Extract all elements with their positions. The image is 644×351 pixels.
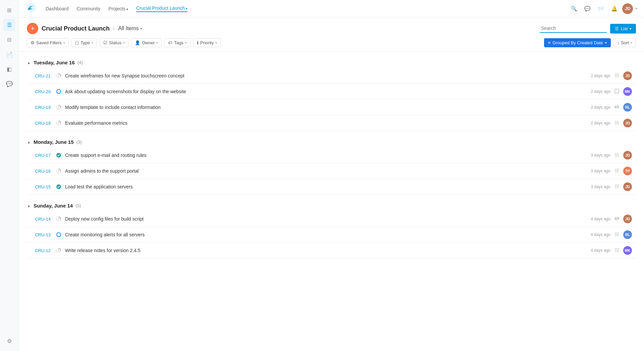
nav-icons: 🔍 💬 📨 🔔 JD ▾	[569, 3, 637, 14]
task-item[interactable]: CRU-15 Load test the application servers…	[27, 179, 636, 195]
sidebar-icon-layers[interactable]: ◧	[3, 63, 15, 75]
sort-button[interactable]: ↕ Sort ▾	[613, 38, 636, 47]
top-nav: Dashboard Community Projects▾ Crucial Pr…	[19, 0, 644, 17]
svg-rect-37	[615, 185, 616, 185]
task-type-icon	[614, 232, 619, 238]
svg-rect-32	[615, 170, 616, 171]
list-view-button[interactable]: ☰ List ▾	[610, 24, 636, 34]
priority-icon: ℹ	[197, 40, 199, 45]
search-nav-icon[interactable]: 🔍	[569, 3, 579, 14]
task-type-icon	[614, 168, 619, 174]
status-filter-button[interactable]: ☑ Status ▾	[100, 38, 128, 47]
svg-line-45	[616, 217, 618, 220]
group-tuesday-june-16: ▲ Tuesday, June 16 (4) CRU-21 Create wir…	[27, 58, 636, 131]
nav-dashboard[interactable]: Dashboard	[46, 6, 69, 11]
grouped-by-button[interactable]: ≡ Grouped By Created Date ▾	[544, 38, 611, 47]
task-item[interactable]: CRU-18 Evaluate performance metrics 2 da…	[27, 115, 636, 131]
task-status-icon	[56, 247, 62, 253]
tags-filter-button[interactable]: 🏷 Tags ▾	[164, 38, 190, 47]
task-type-icon	[614, 73, 619, 79]
left-sidebar: ⊞ ☰ ⊟ 📄 ◧ 💬 ⚙	[0, 0, 19, 351]
svg-point-29	[58, 171, 59, 172]
nav-crucial[interactable]: Crucial Product Launch▾	[136, 5, 188, 12]
sidebar-icon-settings[interactable]: ⚙	[3, 335, 15, 347]
svg-point-14	[58, 123, 59, 124]
task-item[interactable]: CRU-13 Create monitoring alerts for all …	[27, 227, 636, 243]
task-meta: 4 days ago RL	[591, 230, 632, 239]
grouped-icon: ≡	[548, 40, 551, 45]
main-area: Dashboard Community Projects▾ Crucial Pr…	[19, 0, 644, 351]
task-title: Create wireframes for new Synapse touchs…	[65, 73, 587, 78]
owner-filter-button[interactable]: 👤 Owner ▾	[131, 38, 162, 47]
group-count: (3)	[76, 139, 82, 144]
task-avatar: RL	[623, 103, 632, 112]
group-collapse-icon[interactable]: ▲	[27, 60, 31, 65]
task-item[interactable]: CRU-16 Assign admins to the support port…	[27, 163, 636, 179]
task-avatar: JD	[623, 151, 632, 160]
task-time: 4 days ago	[591, 217, 610, 221]
svg-rect-23	[616, 153, 619, 154]
svg-rect-5	[616, 75, 619, 76]
message-nav-icon[interactable]: 📨	[595, 3, 606, 14]
chat-nav-icon[interactable]: 💬	[582, 3, 593, 14]
svg-point-36	[56, 184, 61, 189]
task-avatar: JD	[623, 71, 632, 80]
svg-rect-47	[615, 233, 616, 233]
svg-rect-50	[616, 234, 619, 235]
user-avatar-nav[interactable]: JD	[622, 3, 633, 14]
svg-rect-55	[615, 248, 616, 249]
add-item-button[interactable]: +	[27, 23, 38, 34]
task-avatar: JD	[623, 215, 632, 223]
svg-rect-41	[615, 187, 616, 188]
task-status-icon	[56, 73, 62, 79]
task-status-icon	[56, 89, 62, 95]
bell-nav-icon[interactable]: 🔔	[609, 3, 620, 14]
task-meta: 2 days ago RL	[591, 103, 632, 112]
svg-rect-31	[616, 169, 619, 170]
task-avatar: JD	[623, 119, 632, 127]
task-item[interactable]: CRU-20 Ask about updating screenshots fo…	[27, 84, 636, 100]
sidebar-icon-board[interactable]: ⊟	[3, 34, 15, 46]
all-items-dropdown[interactable]: All Items ▾	[118, 25, 142, 32]
svg-rect-16	[616, 121, 619, 122]
task-item[interactable]: CRU-19 Modify template to include contac…	[27, 100, 636, 115]
task-type-icon	[614, 105, 619, 110]
task-id: CRU-19	[35, 105, 52, 110]
task-status-icon	[56, 232, 62, 238]
svg-point-21	[56, 153, 61, 158]
group-collapse-icon[interactable]: ▲	[27, 203, 31, 208]
saved-filters-button[interactable]: ⚙ Saved Filters ▾	[27, 38, 69, 47]
task-item[interactable]: CRU-12 Write release notes for version 2…	[27, 243, 636, 258]
svg-rect-40	[616, 186, 619, 187]
svg-rect-42	[616, 187, 619, 188]
svg-rect-52	[616, 235, 619, 236]
svg-rect-25	[616, 155, 619, 155]
nav-projects[interactable]: Projects▾	[108, 6, 128, 11]
task-status-icon	[56, 168, 62, 174]
type-filter-button[interactable]: ◻ Type ▾	[71, 38, 97, 47]
task-time: 2 days ago	[591, 89, 610, 94]
task-time: 3 days ago	[591, 153, 610, 158]
search-input[interactable]	[540, 24, 607, 33]
task-avatar: TP	[623, 167, 632, 175]
task-item[interactable]: CRU-14 Deploy new config files for build…	[27, 211, 636, 227]
task-status-icon	[56, 152, 62, 158]
sidebar-icon-pages[interactable]: 📄	[3, 48, 15, 60]
sidebar-icon-list[interactable]: ☰	[3, 19, 15, 31]
task-time: 3 days ago	[591, 169, 610, 173]
sidebar-icon-chat[interactable]: 💬	[3, 78, 15, 90]
group-collapse-icon[interactable]: ▲	[27, 140, 31, 144]
priority-filter-button[interactable]: ℹ Priority ▾	[193, 38, 221, 47]
nav-community[interactable]: Community	[77, 6, 101, 11]
task-id: CRU-21	[35, 73, 52, 78]
task-id: CRU-18	[35, 121, 52, 126]
sidebar-icon-home[interactable]: ⊞	[3, 4, 15, 16]
avatar-chevron[interactable]: ▾	[636, 7, 637, 10]
task-item[interactable]: CRU-21 Create wireframes for new Synapse…	[27, 68, 636, 84]
svg-rect-33	[616, 170, 619, 171]
group-title: Tuesday, June 16	[34, 60, 75, 65]
svg-rect-56	[616, 248, 619, 249]
task-id: CRU-15	[35, 184, 52, 189]
group-title: Sunday, June 14	[34, 203, 73, 209]
task-item[interactable]: CRU-17 Create support e-mail and routing…	[27, 148, 636, 163]
